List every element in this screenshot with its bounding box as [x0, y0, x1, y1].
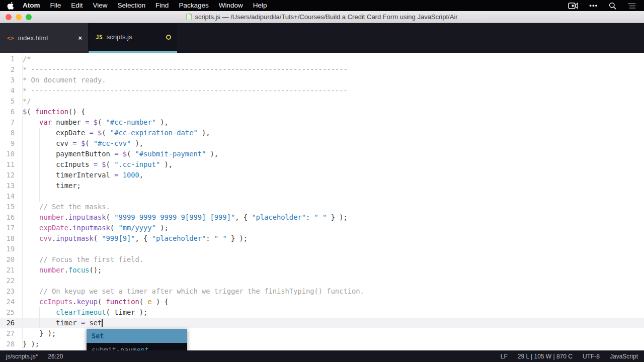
code-line-24[interactable]: ccInputs.keyup( function( e ) {	[23, 297, 644, 307]
line-number[interactable]: 27	[0, 328, 22, 339]
line-ending-indicator[interactable]: LF	[501, 353, 508, 360]
line-number[interactable]: 23	[0, 286, 22, 297]
code-editor[interactable]: 1234567891011121314151617181920212223242…	[0, 53, 644, 350]
line-number[interactable]: 20	[0, 254, 22, 265]
code-line-3[interactable]: * On document ready.	[23, 75, 644, 85]
line-number[interactable]: 12	[0, 170, 22, 180]
code-line-4[interactable]: * --------------------------------------…	[23, 85, 644, 96]
menu-help[interactable]: Help	[248, 0, 272, 11]
code-line-12[interactable]: timerInterval = 1000,	[23, 170, 644, 180]
line-number[interactable]: 1	[0, 54, 22, 64]
code-line-21[interactable]: number.focus();	[23, 265, 644, 276]
menu-atom[interactable]: Atom	[18, 0, 45, 11]
code-token: () {	[68, 108, 85, 116]
menu-packages[interactable]: Packages	[174, 0, 213, 11]
indent-guide	[39, 138, 56, 149]
line-number[interactable]: 15	[0, 202, 22, 212]
indent-guide	[39, 180, 56, 191]
code-line-1[interactable]: /*	[23, 54, 644, 64]
close-button[interactable]	[6, 14, 12, 20]
code-line-18[interactable]: cvv.inputmask( "999[9]", { "placeholder"…	[23, 233, 644, 244]
screen-recording-icon[interactable]	[568, 3, 578, 9]
indent-guide	[39, 159, 56, 170]
code-line-25[interactable]: clearTimeout( timer );	[23, 307, 644, 318]
tab-scripts-js[interactable]: JS scripts.js	[89, 23, 177, 53]
line-number[interactable]: 14	[0, 191, 22, 202]
menu-view[interactable]: View	[88, 0, 113, 11]
tab-label: scripts.js	[107, 33, 132, 41]
line-number[interactable]: 5	[0, 96, 22, 107]
code-token: ),	[156, 118, 169, 126]
code-line-7[interactable]: var number = $( "#cc-number" ),	[23, 117, 644, 128]
menu-find[interactable]: Find	[150, 0, 174, 11]
line-number[interactable]: 13	[0, 180, 22, 191]
autocomplete-item-selected[interactable]: Set	[87, 329, 187, 343]
code-line-2[interactable]: * --------------------------------------…	[23, 64, 644, 75]
code-line-6[interactable]: $( function() {	[23, 107, 644, 117]
line-number[interactable]: 11	[0, 159, 22, 170]
menu-edit[interactable]: Edit	[66, 0, 88, 11]
line-number[interactable]: 18	[0, 233, 22, 244]
code-line-9[interactable]: cvv = $( "#cc-cvv" ),	[23, 138, 644, 149]
menu-file[interactable]: File	[45, 0, 66, 11]
code-line-13[interactable]: timer;	[23, 180, 644, 191]
zoom-button[interactable]	[26, 14, 32, 20]
line-number[interactable]: 21	[0, 265, 22, 276]
modified-indicator-icon[interactable]	[166, 35, 171, 40]
more-menu-icon[interactable]: •••	[589, 2, 598, 10]
line-number[interactable]: 7	[0, 117, 22, 128]
line-number[interactable]: 2	[0, 64, 22, 75]
line-number[interactable]: 19	[0, 244, 22, 254]
tab-index-html[interactable]: <> index.html ×	[0, 23, 89, 53]
code-token: // Set the masks.	[39, 203, 110, 211]
code-line-20[interactable]: // Focus the first field.	[23, 254, 644, 265]
line-number[interactable]: 25	[0, 307, 22, 318]
notification-center-icon[interactable]	[627, 3, 636, 9]
grammar-indicator[interactable]: JavaScript	[610, 353, 638, 360]
line-number[interactable]: 16	[0, 212, 22, 223]
code-token: (	[106, 160, 115, 168]
apple-menu-icon[interactable]	[7, 2, 14, 10]
minimize-button[interactable]	[16, 14, 22, 20]
code-line-5[interactable]: */	[23, 96, 644, 107]
line-number[interactable]: 8	[0, 128, 22, 138]
line-number[interactable]: 26	[0, 318, 22, 328]
indent-guide	[23, 117, 39, 128]
code-area[interactable]: /** ------------------------------------…	[23, 53, 644, 350]
line-number[interactable]: 6	[0, 107, 22, 117]
spotlight-search-icon[interactable]	[609, 2, 616, 10]
code-token: ),	[206, 150, 218, 158]
code-line-26[interactable]: timer = set	[23, 318, 644, 328]
code-token: e	[147, 298, 151, 306]
code-token: .	[52, 234, 56, 242]
file-stats[interactable]: 29 L | 105 W | 870 C	[518, 353, 573, 360]
line-number[interactable]: 28	[0, 339, 22, 349]
code-line-23[interactable]: // On keyup we set a timer after which w…	[23, 286, 644, 297]
menu-selection[interactable]: Selection	[113, 0, 151, 11]
code-line-11[interactable]: ccInputs = $( ".cc-input" ),	[23, 159, 644, 170]
indent-guide	[23, 191, 39, 202]
code-line-19[interactable]	[23, 244, 644, 254]
code-line-16[interactable]: number.inputmask( "9999 9999 9999 9[999]…	[23, 212, 644, 223]
encoding-indicator[interactable]: UTF-8	[583, 353, 600, 360]
close-tab-icon[interactable]: ×	[78, 34, 82, 42]
indent-guide	[39, 307, 56, 318]
cursor-position[interactable]: 26:20	[48, 353, 63, 360]
code-line-8[interactable]: expDate = $( "#cc-expiration-date" ),	[23, 128, 644, 138]
line-number[interactable]: 9	[0, 138, 22, 149]
code-line-14[interactable]	[23, 191, 644, 202]
code-line-10[interactable]: paymentButton = $( "#submit-payment" ),	[23, 149, 644, 159]
line-number[interactable]: 24	[0, 297, 22, 307]
line-number[interactable]: 4	[0, 85, 22, 96]
line-number[interactable]: 10	[0, 149, 22, 159]
menu-window[interactable]: Window	[214, 0, 248, 11]
code-token: * --------------------------------------…	[23, 86, 348, 95]
code-line-22[interactable]	[23, 276, 644, 286]
code-line-15[interactable]: // Set the masks.	[23, 202, 644, 212]
line-number[interactable]: 3	[0, 75, 22, 85]
code-token: (	[27, 108, 35, 116]
code-token: , {	[235, 213, 252, 221]
code-line-17[interactable]: expDate.inputmask( "mm/yyyy" );	[23, 223, 644, 233]
line-number[interactable]: 17	[0, 223, 22, 233]
line-number[interactable]: 22	[0, 276, 22, 286]
